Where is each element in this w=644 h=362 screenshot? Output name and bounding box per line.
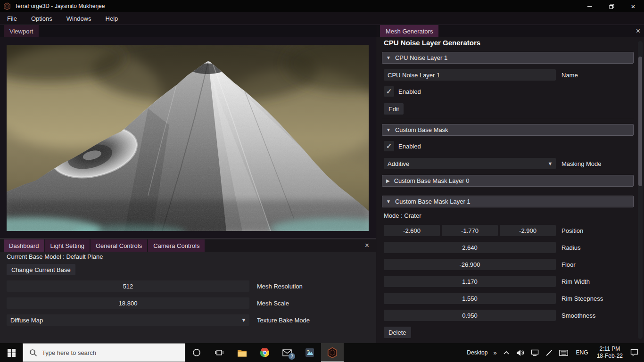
mesh-scale-label: Mesh Scale — [257, 297, 289, 309]
menu-windows[interactable]: Windows — [59, 12, 99, 25]
viewport-tabbar: Viewport — [0, 25, 376, 37]
show-hidden-icons-button[interactable] — [500, 343, 513, 362]
header-custom-base-mask-layer-1[interactable]: ▼ Custom Base Mask Layer 1 — [382, 196, 634, 207]
terrain-3d-render[interactable] — [7, 45, 369, 231]
terraforge3d-taskbar-button[interactable] — [321, 343, 344, 362]
layer-name-input[interactable]: CPU Noise Layer 1 — [384, 69, 556, 81]
cortana-icon — [192, 348, 201, 357]
masking-mode-value: Additive — [388, 160, 409, 167]
change-current-base-button[interactable]: Change Current Base — [7, 264, 75, 275]
texture-bake-mode-label: Texture Bake Mode — [257, 314, 310, 326]
dashboard-tabbar: Dashboard Light Setting General Controls… — [0, 239, 376, 252]
tab-dashboard[interactable]: Dashboard — [4, 239, 44, 252]
app-logo-icon — [3, 2, 11, 10]
collapse-closed-icon: ▶ — [386, 178, 390, 183]
file-explorer-button[interactable] — [231, 343, 253, 362]
position-z-input[interactable]: -2.900 — [500, 225, 556, 236]
tab-general-controls[interactable]: General Controls — [91, 239, 147, 252]
menu-file[interactable]: File — [0, 12, 24, 25]
tab-viewport[interactable]: Viewport — [4, 25, 39, 37]
radius-label: Radius — [561, 242, 580, 253]
rim-steepness-label: Rim Steepness — [561, 293, 603, 304]
smoothness-input[interactable]: 0.950 — [384, 310, 556, 321]
tab-light-setting[interactable]: Light Setting — [45, 239, 90, 252]
minimize-button[interactable] — [579, 0, 601, 12]
edit-button[interactable]: Edit — [384, 103, 404, 115]
start-button[interactable] — [0, 343, 23, 362]
clock-time: 2:11 PM — [599, 346, 620, 353]
mesh-scale-input[interactable]: 18.800 — [7, 297, 249, 309]
masking-mode-dropdown[interactable]: Additive ▼ — [384, 158, 556, 169]
action-center-icon — [630, 349, 638, 356]
windows-ink-button[interactable] — [542, 343, 556, 362]
delete-button[interactable]: Delete — [384, 327, 411, 338]
texture-bake-mode-dropdown[interactable]: Diffuse Map ▼ — [7, 314, 249, 326]
rim-steepness-input[interactable]: 1.550 — [384, 293, 556, 304]
mesh-generators-close-icon[interactable]: × — [636, 25, 640, 37]
titlebar: TerraForge3D - Jaysmito Mukherjee × — [0, 0, 644, 12]
rim-width-input[interactable]: 1.170 — [384, 276, 556, 287]
close-button[interactable]: × — [622, 0, 644, 12]
rim-width-label: Rim Width — [561, 276, 590, 287]
chrome-button[interactable] — [253, 343, 276, 362]
touch-keyboard-button[interactable] — [556, 343, 571, 362]
checkbox-checked[interactable]: ✓ — [384, 141, 394, 151]
mesh-resolution-label: Mesh Resolution — [257, 280, 303, 292]
scrollbar-track[interactable] — [638, 41, 643, 339]
header-label: Custom Base Mask — [395, 126, 448, 133]
dashboard-close-icon[interactable]: × — [365, 239, 369, 252]
mesh-generators-panel: CPU Noise Layer Generators ▼ CPU Noise L… — [376, 37, 644, 343]
header-custom-base-mask[interactable]: ▼ Custom Base Mask — [382, 124, 634, 136]
language-indicator[interactable]: ENG — [571, 343, 593, 362]
tab-mesh-generators[interactable]: Mesh Generators — [380, 25, 438, 37]
scrollbar-thumb[interactable] — [638, 57, 642, 186]
toolbar-overflow-icon[interactable]: » — [490, 343, 499, 362]
enabled-label: Enabled — [398, 143, 421, 150]
header-custom-base-mask-layer-0[interactable]: ▶ Custom Base Mask Layer 0 — [382, 175, 634, 187]
position-inputs-row: -2.600 -1.770 -2.900 — [384, 225, 556, 236]
app-icon — [305, 348, 314, 357]
search-input[interactable] — [42, 349, 174, 356]
network-button[interactable] — [528, 343, 542, 362]
header-cpu-noise-layer-1[interactable]: ▼ CPU Noise Layer 1 — [382, 52, 634, 64]
position-y-input[interactable]: -1.770 — [442, 225, 498, 236]
chevron-down-icon: ▼ — [238, 314, 249, 326]
separator — [382, 119, 634, 119]
volume-button[interactable] — [513, 343, 528, 362]
cortana-button[interactable] — [185, 343, 208, 362]
mail-badge: 2 — [289, 353, 295, 360]
clock-date: 18-Feb-22 — [597, 353, 623, 360]
restore-button[interactable] — [601, 0, 622, 12]
position-label: Position — [561, 225, 583, 236]
header-label: Custom Base Mask Layer 1 — [395, 198, 471, 205]
app-button[interactable] — [298, 343, 321, 362]
restore-icon — [609, 4, 614, 9]
tab-camera-controls[interactable]: Camera Controls — [148, 239, 205, 252]
mesh-resolution-input[interactable]: 512 — [7, 280, 249, 292]
panel-heading: CPU Noise Layer Generators — [384, 39, 480, 47]
menu-options[interactable]: Options — [24, 12, 59, 25]
taskbar-search[interactable] — [23, 343, 185, 362]
header-label: CPU Noise Layer 1 — [395, 54, 447, 61]
masking-mode-label: Masking Mode — [561, 158, 602, 169]
chevron-up-icon — [503, 350, 510, 355]
system-tray: Desktop » — [464, 343, 644, 362]
action-center-button[interactable] — [627, 343, 644, 362]
texture-bake-mode-value: Diffuse Map — [10, 317, 43, 324]
menu-bar: File Options Windows Help — [0, 12, 644, 25]
viewport-panel — [0, 37, 376, 238]
position-x-input[interactable]: -2.600 — [384, 225, 440, 236]
floor-input[interactable]: -26.900 — [384, 259, 556, 270]
desktop-toolbar[interactable]: Desktop — [464, 343, 490, 362]
task-view-button[interactable] — [208, 343, 231, 362]
radius-input[interactable]: 2.640 — [384, 242, 556, 253]
mail-button[interactable]: 2 — [276, 343, 298, 362]
clock[interactable]: 2:11 PM 18-Feb-22 — [593, 343, 627, 362]
floor-label: Floor — [561, 259, 576, 270]
menu-help[interactable]: Help — [99, 12, 125, 25]
checkbox-checked[interactable]: ✓ — [384, 86, 394, 97]
header-label: Custom Base Mask Layer 0 — [394, 177, 470, 184]
name-label: Name — [561, 69, 578, 81]
folder-icon — [237, 349, 247, 357]
task-view-icon — [215, 348, 223, 357]
